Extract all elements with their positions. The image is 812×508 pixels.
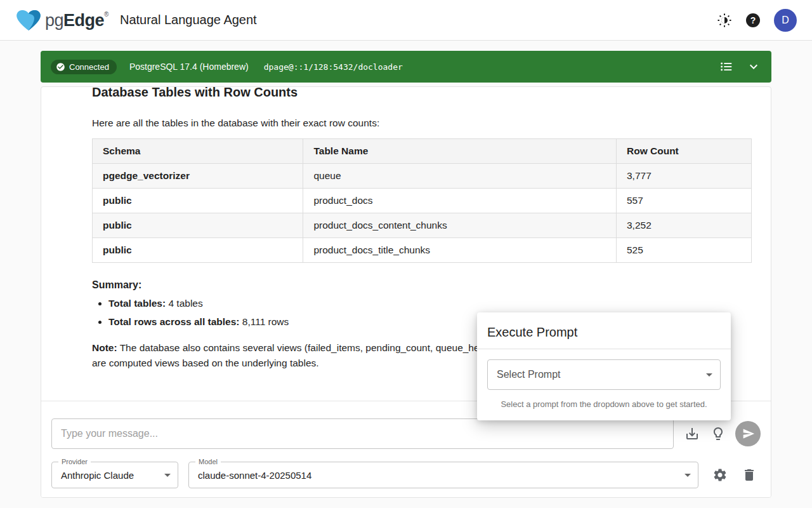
cell-table-name: product_docs_title_chunks [303,238,617,263]
pgedge-logo[interactable]: pgEdge® [15,9,108,32]
settings-button[interactable] [712,467,728,483]
message-input[interactable] [51,418,674,449]
page-title: Natural Language Agent [120,13,257,27]
cell-schema: public [93,213,303,238]
dialog-helper-text: Select a prompt from the dropdown above … [487,399,721,409]
chevron-down-icon [746,59,761,74]
connection-status-badge: Connected [51,60,117,74]
connection-string: dpage@::1/128:5432/docloader [264,62,403,72]
message-intro: Here are all the tables in the database … [92,117,752,129]
cell-row-count: 3,777 [616,164,751,189]
dialog-divider [477,349,731,349]
prompt-select[interactable]: Select Prompt [487,359,721,390]
cell-schema: public [93,189,303,213]
model-label: Model [195,458,221,465]
download-button[interactable] [684,426,700,441]
send-icon [742,427,755,440]
send-button[interactable] [735,421,761,446]
connection-list-button[interactable] [719,60,733,74]
model-value: claude-sonnet-4-20250514 [198,470,311,481]
check-circle-icon [56,62,65,72]
connection-bar: Connected PostgreSQL 17.4 (Homebrew) dpa… [41,51,771,83]
cell-table-name: product_docs_content_chunks [303,213,617,238]
table-row: pgedge_vectorizer queue 3,777 [93,164,752,189]
cell-row-count: 3,252 [616,213,751,238]
column-header-schema: Schema [93,139,303,164]
bullet-label: Total tables: [108,298,166,309]
provider-select[interactable]: Provider Anthropic Claude [51,462,178,488]
note-line2: are computed views based on the underlyi… [92,358,319,368]
cell-table-name: queue [303,164,617,189]
prompt-suggestions-button[interactable] [710,426,726,441]
bullet-text: 4 tables [166,298,203,309]
clear-chat-button[interactable] [742,467,757,483]
connection-status-label: Connected [69,62,109,72]
app-header: pgEdge® Natural Language Agent ? D [0,0,812,41]
note-label: Note: [92,342,117,353]
table-row: public product_docs 557 [93,189,752,213]
column-header-row-count: Row Count [616,139,751,164]
dropdown-caret-icon [164,474,171,477]
chat-panel: Database Tables with Row Counts Here are… [41,86,771,498]
lightbulb-icon [710,426,726,441]
table-header-row: Schema Table Name Row Count [93,139,752,164]
bullet-text: 8,111 rows [239,316,289,327]
provider-value: Anthropic Claude [61,470,134,481]
prompt-select-value: Select Prompt [497,369,560,380]
download-icon [684,426,700,441]
cell-schema: pgedge_vectorizer [93,164,303,189]
execute-prompt-dialog: Execute Prompt Select Prompt Select a pr… [477,312,731,420]
provider-label: Provider [58,458,91,465]
server-version-label: PostgreSQL 17.4 (Homebrew) [129,62,249,72]
theme-toggle-button[interactable] [717,13,732,28]
pgedge-logo-icon [15,9,42,32]
column-header-table-name: Table Name [303,139,617,164]
theme-toggle-icon [717,13,732,28]
user-avatar[interactable]: D [774,9,797,32]
connection-collapse-button[interactable] [746,59,761,74]
help-icon: ? [746,13,760,27]
cell-table-name: product_docs [303,189,617,213]
list-item: Total tables: 4 tables [108,298,752,309]
message-heading: Database Tables with Row Counts [92,87,752,101]
dropdown-caret-icon [684,474,691,477]
help-button[interactable]: ? [746,13,760,27]
cell-row-count: 525 [616,238,751,263]
dropdown-caret-icon [706,373,712,377]
settings-gear-icon [712,467,728,483]
pgedge-wordmark: pgEdge® [45,9,108,32]
table-row: public product_docs_content_chunks 3,252 [93,213,752,238]
model-select[interactable]: Model claude-sonnet-4-20250514 [188,462,698,488]
row-counts-table: Schema Table Name Row Count pgedge_vecto… [92,138,752,263]
cell-row-count: 557 [616,189,751,213]
dialog-title: Execute Prompt [477,312,731,349]
list-icon [719,60,733,74]
trash-icon [742,467,757,483]
bullet-label: Total rows across all tables: [108,316,239,327]
cell-schema: public [93,238,303,263]
table-row: public product_docs_title_chunks 525 [93,238,752,263]
summary-heading: Summary: [92,279,752,291]
